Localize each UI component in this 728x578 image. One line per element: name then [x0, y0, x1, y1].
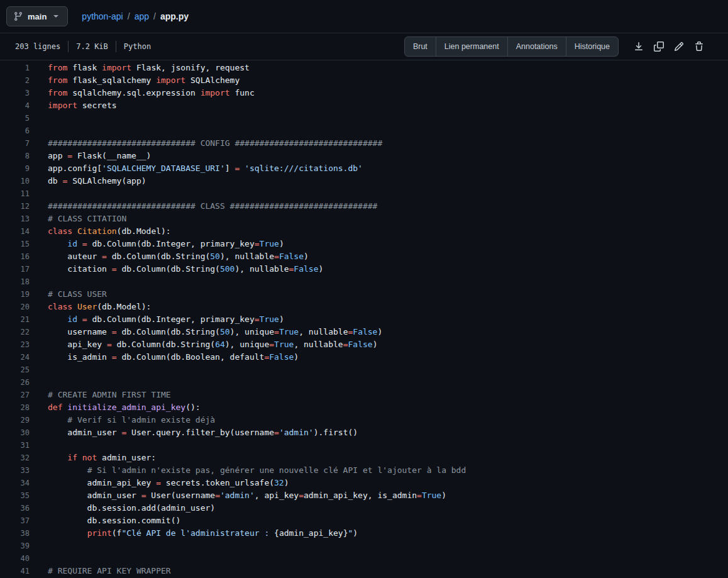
code-line: 13# CLASS CITATION: [0, 213, 728, 225]
code-line: 41# REQUIRE API KEY WRAPPER: [0, 565, 728, 577]
pencil-icon: [674, 42, 684, 52]
breadcrumb-dir-link[interactable]: app: [135, 11, 149, 21]
code-text: if not admin_user:: [30, 452, 156, 464]
line-number[interactable]: 30: [0, 426, 30, 439]
line-number[interactable]: 28: [0, 401, 30, 414]
code-text: is_admin = db.Column(db.Boolean, default…: [30, 351, 299, 364]
code-line: 11: [0, 187, 728, 200]
branch-selector[interactable]: main: [6, 6, 68, 26]
code-line: 3from sqlalchemy.sql.expression import f…: [0, 87, 728, 99]
line-number[interactable]: 19: [0, 288, 30, 301]
code-line: 15 id = db.Column(db.Integer, primary_ke…: [0, 238, 728, 250]
line-number[interactable]: 36: [0, 502, 30, 514]
code-text: [30, 364, 48, 376]
copy-file-button[interactable]: [650, 38, 668, 55]
code-line: 26: [0, 376, 728, 389]
code-text: id = db.Column(db.Integer, primary_key=T…: [30, 313, 284, 326]
code-text: ############################## CONFIG ##…: [30, 137, 382, 150]
line-number[interactable]: 21: [0, 313, 30, 326]
code-line: 34 admin_api_key = secrets.token_urlsafe…: [0, 477, 728, 489]
line-number[interactable]: 20: [0, 301, 30, 313]
blame-button[interactable]: Annotations: [507, 36, 566, 57]
line-number[interactable]: 22: [0, 326, 30, 338]
line-number[interactable]: 11: [0, 187, 30, 200]
line-number[interactable]: 17: [0, 263, 30, 275]
code-line: 29 # Verif si l'admin existe déjà: [0, 414, 728, 426]
line-number[interactable]: 32: [0, 452, 30, 464]
line-number[interactable]: 14: [0, 225, 30, 238]
line-number[interactable]: 6: [0, 125, 30, 137]
permalink-button[interactable]: Lien permanent: [436, 36, 508, 57]
line-number[interactable]: 25: [0, 364, 30, 376]
raw-button[interactable]: Brut: [404, 36, 436, 57]
line-number[interactable]: 23: [0, 338, 30, 351]
line-number[interactable]: 40: [0, 552, 30, 565]
code-line: 28def initialize_admin_api_key():: [0, 401, 728, 414]
line-number[interactable]: 37: [0, 514, 30, 527]
file-size: 7.2 KiB: [76, 42, 108, 51]
download-button[interactable]: [630, 38, 648, 55]
code-line: 38 print(f"Clé API de l'administrateur :…: [0, 527, 728, 540]
code-line: 17 citation = db.Column(db.String(500), …: [0, 263, 728, 275]
code-text: [30, 376, 48, 389]
code-line: 22 username = db.Column(db.String(50), u…: [0, 326, 728, 338]
line-number[interactable]: 33: [0, 464, 30, 477]
breadcrumb-repo-link[interactable]: python-api: [82, 11, 123, 21]
code-line: 27# CREATE ADMIN FIRST TIME: [0, 389, 728, 401]
line-number[interactable]: 5: [0, 112, 30, 125]
line-number[interactable]: 3: [0, 87, 30, 99]
code-text: username = db.Column(db.String(50), uniq…: [30, 326, 382, 338]
file-meta: 203 lignes 7.2 KiB Python: [15, 41, 151, 52]
code-text: app = Flask(__name__): [30, 150, 151, 162]
edit-button[interactable]: [670, 38, 688, 55]
line-number[interactable]: 16: [0, 250, 30, 263]
line-number[interactable]: 34: [0, 477, 30, 489]
line-number[interactable]: 12: [0, 200, 30, 213]
code-line: 5: [0, 112, 728, 125]
line-number[interactable]: 29: [0, 414, 30, 426]
code-line: 10db = SQLAlchemy(app): [0, 175, 728, 187]
line-number[interactable]: 27: [0, 389, 30, 401]
line-number[interactable]: 10: [0, 175, 30, 187]
code-line: 39: [0, 540, 728, 552]
line-number[interactable]: 18: [0, 275, 30, 288]
delete-button[interactable]: [690, 38, 708, 55]
line-number[interactable]: 1: [0, 62, 30, 74]
line-number[interactable]: 38: [0, 527, 30, 540]
trash-icon: [694, 42, 704, 52]
line-number[interactable]: 13: [0, 213, 30, 225]
code-line: 36 db.session.add(admin_user): [0, 502, 728, 514]
line-number[interactable]: 31: [0, 439, 30, 452]
code-line: 16 auteur = db.Column(db.String(50), nul…: [0, 250, 728, 263]
download-icon: [634, 42, 644, 52]
code-line: 18: [0, 275, 728, 288]
line-number[interactable]: 41: [0, 565, 30, 577]
code-text: admin_user = User.query.filter_by(userna…: [30, 426, 358, 439]
line-number[interactable]: 7: [0, 137, 30, 150]
code-text: [30, 125, 48, 137]
breadcrumb-separator: /: [128, 11, 130, 21]
line-number[interactable]: 4: [0, 99, 30, 112]
line-number[interactable]: 26: [0, 376, 30, 389]
code-line: 1from flask import Flask, jsonify, reque…: [0, 62, 728, 74]
breadcrumb: python-api / app / app.py: [82, 11, 189, 21]
code-text: ############################## CLASS ###…: [30, 200, 377, 213]
code-line: 25: [0, 364, 728, 376]
line-number[interactable]: 24: [0, 351, 30, 364]
code-text: # CREATE ADMIN FIRST TIME: [30, 389, 171, 401]
line-number[interactable]: 2: [0, 74, 30, 87]
line-number[interactable]: 15: [0, 238, 30, 250]
code-text: [30, 540, 48, 552]
line-number[interactable]: 35: [0, 489, 30, 502]
code-text: from flask import Flask, jsonify, reques…: [30, 62, 250, 74]
line-number[interactable]: 39: [0, 540, 30, 552]
code-line: 14class Citation(db.Model):: [0, 225, 728, 238]
history-button[interactable]: Historique: [566, 36, 619, 57]
file-header: 203 lignes 7.2 KiB Python Brut Lien perm…: [0, 33, 728, 60]
code-text: class User(db.Model):: [30, 301, 151, 313]
code-text: # Si l'admin n'existe pas, générer une n…: [30, 464, 466, 477]
line-number[interactable]: 8: [0, 150, 30, 162]
line-number[interactable]: 9: [0, 162, 30, 175]
code-line: 12############################## CLASS #…: [0, 200, 728, 213]
code-line: 9app.config['SQLALCHEMY_DATABASE_URI'] =…: [0, 162, 728, 175]
